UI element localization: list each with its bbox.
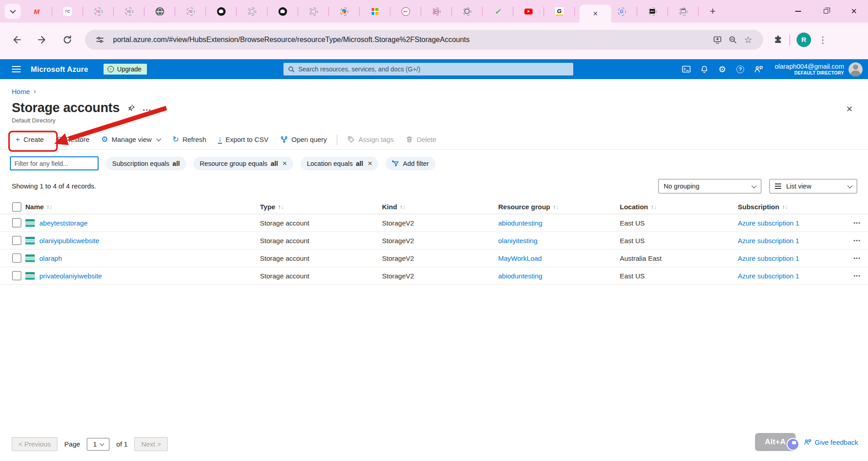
- tab-globe-dashed[interactable]: [303, 0, 324, 23]
- row-checkbox[interactable]: [12, 236, 21, 245]
- browser-profile-avatar[interactable]: R: [797, 33, 811, 47]
- upgrade-button[interactable]: ↑ Upgrade: [104, 64, 147, 75]
- table-row[interactable]: privateolaniyiwebsite Storage account St…: [0, 267, 868, 285]
- select-all-checkbox[interactable]: [12, 202, 21, 212]
- remove-filter-icon[interactable]: ×: [283, 160, 287, 167]
- breadcrumb-home-link[interactable]: Home: [12, 88, 30, 95]
- page-number-select[interactable]: 1: [87, 438, 109, 451]
- row-checkbox[interactable]: [12, 254, 21, 263]
- tab-psi-dashed[interactable]: [426, 0, 447, 23]
- tab-close-icon[interactable]: ×: [593, 9, 598, 18]
- tab-microsoft[interactable]: [364, 0, 385, 23]
- more-options-icon[interactable]: …: [142, 103, 152, 113]
- resource-group-filter-pill[interactable]: Resource group equalsall ×: [193, 157, 293, 170]
- give-feedback-link[interactable]: Give feedback: [804, 438, 858, 446]
- table-row[interactable]: olaraph Storage account StorageV2 MayWor…: [0, 249, 868, 267]
- row-checkbox[interactable]: [12, 271, 21, 280]
- refresh-button[interactable]: ↻ Refresh: [166, 136, 212, 143]
- tab-check[interactable]: [487, 0, 508, 23]
- column-location[interactable]: Location↑↓: [620, 203, 738, 211]
- tab-youtube[interactable]: [518, 0, 539, 23]
- row-resource-group-link[interactable]: MayWorkLoad: [498, 254, 542, 262]
- window-minimize-button[interactable]: [784, 0, 812, 23]
- close-blade-icon[interactable]: ×: [846, 103, 853, 114]
- window-close-button[interactable]: ×: [840, 0, 868, 23]
- settings-gear-icon[interactable]: ⚙: [713, 59, 731, 79]
- install-app-icon[interactable]: [710, 32, 725, 47]
- restore-button[interactable]: ↶ Restore: [50, 136, 95, 143]
- row-checkbox[interactable]: [12, 218, 21, 227]
- open-query-button[interactable]: Open query: [274, 136, 333, 143]
- row-more-icon[interactable]: •••: [849, 273, 868, 278]
- tab-github[interactable]: [211, 0, 231, 23]
- tab-gmail[interactable]: [26, 0, 47, 23]
- help-icon[interactable]: ?: [731, 59, 750, 79]
- tab-github[interactable]: [272, 0, 293, 23]
- new-tab-button[interactable]: +: [710, 6, 716, 16]
- tab-tc-dashed[interactable]: [118, 0, 139, 23]
- forward-button[interactable]: [33, 30, 52, 49]
- row-name-link[interactable]: olaniyipublicwebsite: [39, 237, 99, 245]
- export-csv-button[interactable]: ↓ Export to CSV: [212, 135, 274, 144]
- column-name[interactable]: Name↑↓: [25, 203, 260, 211]
- tab-tc-dashed[interactable]: [88, 0, 108, 23]
- next-page-button[interactable]: Next >: [134, 437, 168, 451]
- column-kind[interactable]: Kind↑↓: [382, 203, 498, 211]
- notifications-bell-icon[interactable]: [695, 59, 713, 79]
- tab-tc[interactable]: [57, 0, 78, 23]
- bookmark-star-icon[interactable]: ☆: [741, 32, 756, 47]
- row-more-icon[interactable]: •••: [849, 220, 868, 226]
- tab-gpt-dashed[interactable]: [457, 0, 477, 23]
- extensions-icon[interactable]: [773, 35, 783, 45]
- row-name-link[interactable]: privateolaniyiwebsite: [39, 272, 102, 280]
- account-avatar[interactable]: [849, 62, 863, 76]
- column-resource-group[interactable]: Resource group↑↓: [498, 203, 620, 211]
- tab-print-dashed[interactable]: [673, 0, 693, 23]
- location-filter-pill[interactable]: Location equalsall ×: [301, 157, 379, 170]
- row-name-link[interactable]: olaraph: [39, 254, 62, 262]
- create-button[interactable]: + Create: [12, 136, 50, 143]
- row-more-icon[interactable]: •••: [849, 255, 868, 261]
- table-row[interactable]: olaniyipublicwebsite Storage account Sto…: [0, 232, 868, 249]
- row-resource-group-link[interactable]: abioduntesting: [498, 272, 542, 280]
- feedback-icon[interactable]: [750, 59, 768, 79]
- tab-dev-dashed[interactable]: [642, 0, 663, 23]
- pin-icon[interactable]: [127, 104, 135, 112]
- tab-active[interactable]: ×: [580, 5, 611, 23]
- row-subscription-link[interactable]: Azure subscription 1: [738, 254, 799, 262]
- assign-tags-button[interactable]: Assign tags: [341, 136, 400, 143]
- row-name-link[interactable]: abeyteststorage: [39, 219, 88, 227]
- tab-globe[interactable]: [149, 0, 170, 23]
- zoom-out-icon[interactable]: [725, 32, 741, 47]
- tab-search-button[interactable]: [5, 4, 21, 19]
- back-button[interactable]: [7, 30, 26, 49]
- tab-google-dashed[interactable]: [611, 0, 632, 23]
- row-resource-group-link[interactable]: olaniyitesting: [498, 237, 538, 245]
- tab-tc-dashed[interactable]: [180, 0, 201, 23]
- table-row[interactable]: abeyteststorage Storage account StorageV…: [0, 214, 868, 232]
- column-type[interactable]: Type↑↓: [260, 203, 382, 211]
- account-info[interactable]: olaraph004@gmail.com DEFAULT DIRECTORY: [775, 62, 844, 76]
- url-text[interactable]: portal.azure.com/#view/HubsExtension/Bro…: [113, 36, 710, 44]
- site-settings-icon[interactable]: [92, 32, 108, 47]
- column-subscription[interactable]: Subscription↑↓: [738, 203, 849, 211]
- add-filter-button[interactable]: Add filter: [386, 157, 435, 170]
- reload-button[interactable]: [58, 30, 77, 49]
- row-more-icon[interactable]: •••: [849, 238, 868, 243]
- row-subscription-link[interactable]: Azure subscription 1: [738, 237, 799, 245]
- azure-brand[interactable]: Microsoft Azure: [31, 65, 88, 74]
- address-bar[interactable]: portal.azure.com/#view/HubsExtension/Bro…: [85, 30, 763, 50]
- remove-filter-icon[interactable]: ×: [368, 160, 372, 167]
- tab-psi[interactable]: [395, 0, 416, 23]
- previous-page-button[interactable]: < Previous: [12, 437, 57, 451]
- row-subscription-link[interactable]: Azure subscription 1: [738, 272, 799, 280]
- window-restore-button[interactable]: [812, 0, 840, 23]
- tab-globe-dashed[interactable]: [241, 0, 262, 23]
- cloud-shell-icon[interactable]: [677, 59, 695, 79]
- subscription-filter-pill[interactable]: Subscription equalsall: [106, 157, 186, 170]
- global-search-box[interactable]: Search resources, services, and docs (G+…: [283, 63, 573, 75]
- row-resource-group-link[interactable]: abioduntesting: [498, 219, 542, 227]
- browser-menu-icon[interactable]: ⋮: [818, 34, 827, 45]
- tab-pie-dashed[interactable]: [334, 0, 354, 23]
- portal-menu-icon[interactable]: [12, 66, 21, 72]
